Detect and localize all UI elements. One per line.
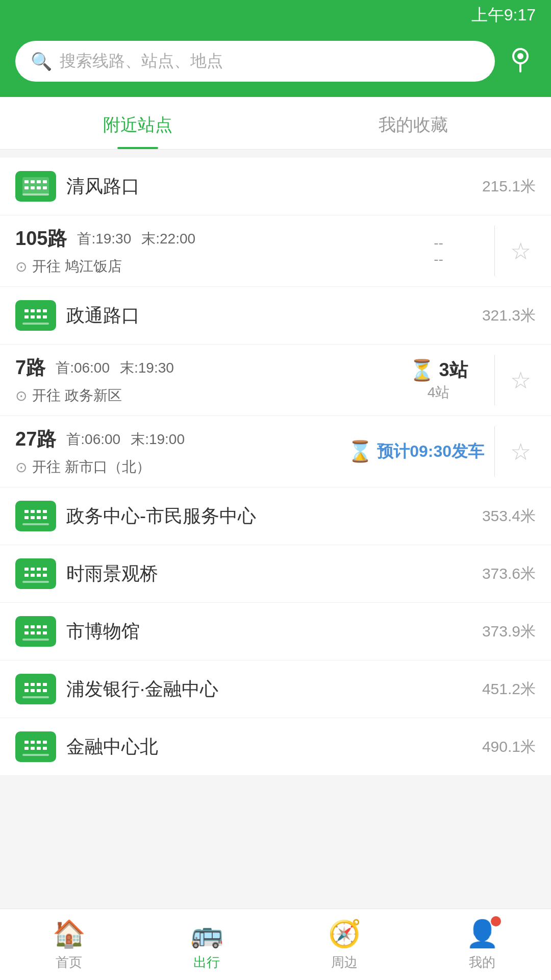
favorite-button[interactable]: ☆ <box>495 355 536 405</box>
svg-rect-35 <box>24 574 29 577</box>
svg-rect-57 <box>22 696 49 698</box>
route-number: 27路 <box>15 426 56 452</box>
svg-rect-49 <box>24 683 29 686</box>
route-first-time: 首:19:30 <box>77 229 131 249</box>
station-row[interactable]: 金融中心北 490.1米 <box>0 718 551 776</box>
svg-rect-21 <box>22 323 49 325</box>
route-first-time: 首:06:00 <box>56 358 110 378</box>
favorite-button[interactable]: ☆ <box>495 426 536 477</box>
search-bar[interactable]: 🔍 搜索线路、站点、地点 <box>15 41 495 82</box>
station-distance: 321.3米 <box>482 305 536 326</box>
station-distance: 490.1米 <box>482 737 536 757</box>
nav-nearby[interactable]: 🧭 周边 <box>276 909 413 980</box>
station-row[interactable]: 市博物馆 373.9米 <box>0 603 551 660</box>
svg-rect-31 <box>24 568 29 571</box>
route-number: 7路 <box>15 355 45 381</box>
bus-stop-icon <box>15 558 56 589</box>
station-name: 政务中心-市民服务中心 <box>66 504 482 529</box>
station-row[interactable]: 清风路口 215.1米 <box>0 158 551 215</box>
svg-rect-60 <box>37 741 41 744</box>
svg-rect-8 <box>24 186 29 189</box>
svg-rect-26 <box>24 516 29 519</box>
route-row: 105路 首:19:30 末:22:00 ⊙ 开往 鸠江饭店 -- -- ☆ <box>0 215 551 287</box>
station-name: 清风路口 <box>66 174 482 199</box>
svg-rect-44 <box>24 631 29 634</box>
svg-rect-12 <box>22 193 49 195</box>
nav-travel-label: 出行 <box>193 953 220 971</box>
svg-rect-41 <box>31 625 35 628</box>
status-dash-1: -- <box>434 235 443 251</box>
svg-rect-37 <box>37 574 41 577</box>
svg-rect-28 <box>37 516 41 519</box>
route-direction: 开往 新市口（北） <box>32 457 151 477</box>
status-sub: 4站 <box>428 383 450 402</box>
direction-arrow-icon: ⊙ <box>15 459 27 476</box>
route-row: 7路 首:06:00 末:19:30 ⊙ 开往 政务新区 ⏳ 3站 4站 ☆ <box>0 345 551 416</box>
svg-rect-33 <box>37 568 41 571</box>
notification-badge <box>491 916 501 926</box>
svg-rect-47 <box>43 631 47 634</box>
status-time: 上午9:17 <box>471 4 536 27</box>
location-button[interactable] <box>505 43 536 80</box>
status-bar: 上午9:17 <box>0 0 551 31</box>
svg-rect-4 <box>24 180 29 183</box>
hourglass-icon: ⏳ <box>409 358 435 382</box>
svg-rect-55 <box>37 689 41 692</box>
svg-rect-43 <box>43 625 47 628</box>
station-distance: 215.1米 <box>482 176 536 197</box>
station-row[interactable]: 政务中心-市民服务中心 353.4米 <box>0 487 551 545</box>
bus-stop-icon <box>15 501 56 531</box>
bus-stop-icon <box>15 731 56 762</box>
svg-rect-61 <box>43 741 47 744</box>
svg-rect-64 <box>37 747 41 750</box>
station-row[interactable]: 政通路口 321.3米 <box>0 287 551 345</box>
direction-arrow-icon: ⊙ <box>15 387 27 404</box>
station-row[interactable]: 浦发银行·金融中心 451.2米 <box>0 660 551 718</box>
nav-travel[interactable]: 🚌 出行 <box>138 909 276 980</box>
route-first-time: 首:06:00 <box>66 430 120 449</box>
route-status: ⌛ 预计09:30发车 <box>347 426 495 477</box>
svg-rect-39 <box>22 581 49 583</box>
svg-rect-63 <box>31 747 35 750</box>
route-status: ⏳ 3站 4站 <box>393 355 495 405</box>
bottom-nav: 🏠 首页 🚌 出行 🧭 周边 👤 我的 <box>0 909 551 980</box>
status-dash-2: -- <box>434 251 443 267</box>
tab-nearby[interactable]: 附近站点 <box>0 97 276 149</box>
nav-home[interactable]: 🏠 首页 <box>0 909 138 980</box>
bus-stop-icon <box>15 616 56 647</box>
route-last-time: 末:19:30 <box>120 358 174 378</box>
svg-rect-18 <box>31 315 35 318</box>
tab-favorites[interactable]: 我的收藏 <box>276 97 551 149</box>
svg-rect-50 <box>31 683 35 686</box>
svg-rect-10 <box>37 186 41 189</box>
favorite-button[interactable]: ☆ <box>495 226 536 276</box>
nav-mine[interactable]: 👤 我的 <box>413 909 551 980</box>
station-distance: 373.6米 <box>482 564 536 584</box>
route-info: 27路 首:06:00 末:19:00 ⊙ 开往 新市口（北） <box>15 426 347 477</box>
svg-rect-17 <box>24 315 29 318</box>
station-name: 浦发银行·金融中心 <box>66 677 482 702</box>
status-main: 3站 <box>439 358 467 383</box>
svg-rect-30 <box>22 523 49 525</box>
direction-arrow-icon: ⊙ <box>15 258 27 275</box>
route-direction: 开往 鸠江饭店 <box>32 257 122 276</box>
svg-rect-15 <box>37 309 41 312</box>
svg-point-1 <box>517 53 523 59</box>
avatar-container: 👤 <box>466 918 499 949</box>
svg-rect-7 <box>43 180 47 183</box>
svg-rect-59 <box>31 741 35 744</box>
svg-rect-53 <box>24 689 29 692</box>
station-name: 时雨景观桥 <box>66 561 482 586</box>
svg-rect-66 <box>22 754 49 756</box>
svg-rect-27 <box>31 516 35 519</box>
svg-rect-42 <box>37 625 41 628</box>
hourglass-blue-icon: ⌛ <box>347 439 373 463</box>
svg-rect-14 <box>31 309 35 312</box>
svg-rect-11 <box>43 186 47 189</box>
svg-rect-13 <box>24 309 29 312</box>
svg-rect-36 <box>31 574 35 577</box>
bus-stop-icon <box>15 171 56 202</box>
search-placeholder: 搜索线路、站点、地点 <box>60 50 223 72</box>
svg-rect-65 <box>43 747 47 750</box>
station-row[interactable]: 时雨景观桥 373.6米 <box>0 545 551 603</box>
